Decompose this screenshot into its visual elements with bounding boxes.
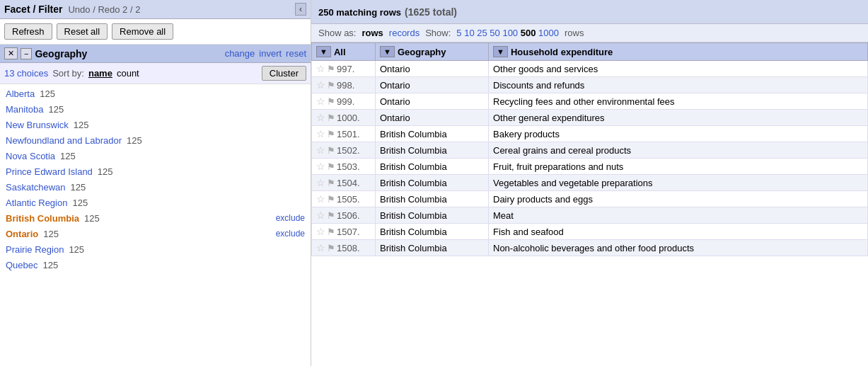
page-size-option[interactable]: 10: [464, 28, 477, 38]
rows-label: rows: [565, 28, 584, 38]
refresh-button[interactable]: Refresh: [4, 23, 52, 40]
rows-view-option[interactable]: rows: [361, 28, 383, 38]
page-size-option[interactable]: 500: [521, 28, 538, 38]
flag-icon[interactable]: ⚑: [327, 113, 335, 123]
geo-list-item: Prince Edward Island125: [0, 164, 311, 179]
star-icon[interactable]: ☆: [316, 96, 325, 107]
star-icon[interactable]: ☆: [316, 128, 325, 139]
col-geography: ▼ Geography: [376, 43, 489, 61]
flag-icon[interactable]: ⚑: [327, 210, 335, 221]
geo-item-name[interactable]: New Brunswick: [6, 120, 69, 130]
row-geo-cell: British Columbia: [376, 126, 489, 142]
geo-exclude-link[interactable]: exclude: [276, 229, 305, 239]
sort-by-label: Sort by:: [52, 68, 84, 79]
star-icon[interactable]: ☆: [316, 144, 325, 156]
flag-icon[interactable]: ⚑: [327, 194, 335, 205]
table-row: ☆ ⚑ 1507. British ColumbiaFish and seafo…: [312, 224, 868, 240]
row-geo-cell: Ontario: [376, 61, 489, 77]
row-geo-cell: British Columbia: [376, 142, 489, 159]
row-all-cell: ☆ ⚑ 1000.: [312, 110, 376, 126]
geo-item-name[interactable]: Newfoundland and Labrador: [6, 135, 122, 146]
geo-item-name[interactable]: Alberta: [6, 88, 35, 99]
star-icon[interactable]: ☆: [316, 193, 325, 205]
reset-all-button[interactable]: Reset all: [57, 23, 108, 40]
table-row: ☆ ⚑ 997. OntarioOther goods and services: [312, 61, 868, 77]
flag-icon[interactable]: ⚑: [327, 161, 335, 172]
row-expenditure-cell: Cereal grains and cereal products: [489, 142, 868, 159]
star-icon[interactable]: ☆: [316, 63, 325, 74]
flag-icon[interactable]: ⚑: [327, 80, 335, 91]
geo-exclude-link[interactable]: exclude: [276, 213, 305, 223]
row-all-cell: ☆ ⚑ 1504.: [312, 175, 376, 191]
geo-item-name[interactable]: Ontario: [6, 229, 38, 239]
sort-name-option[interactable]: name: [88, 68, 112, 79]
geo-item-name[interactable]: Manitoba: [6, 104, 43, 115]
all-col-dropdown[interactable]: ▼: [316, 46, 331, 57]
star-icon[interactable]: ☆: [316, 161, 325, 172]
geo-item-name[interactable]: Atlantic Region: [6, 198, 67, 208]
row-expenditure-cell: Fish and seafood: [489, 224, 868, 240]
table-row: ☆ ⚑ 999. OntarioRecycling fees and other…: [312, 93, 868, 110]
geo-change-link[interactable]: change: [225, 48, 255, 59]
page-size-option[interactable]: 25: [477, 28, 490, 38]
row-all-cell: ☆ ⚑ 1505.: [312, 191, 376, 207]
row-expenditure-cell: Bakery products: [489, 126, 868, 142]
table-body: ☆ ⚑ 997. OntarioOther goods and services…: [312, 61, 868, 256]
flag-icon[interactable]: ⚑: [327, 178, 335, 188]
expenditure-col-dropdown[interactable]: ▼: [493, 46, 508, 57]
geo-minus-button[interactable]: −: [21, 48, 32, 59]
geo-item-count: 125: [40, 88, 55, 99]
row-all-cell: ☆ ⚑ 997.: [312, 61, 376, 77]
star-icon[interactable]: ☆: [316, 210, 325, 221]
geo-list-item: Prairie Region125: [0, 241, 311, 257]
geo-item-count: 125: [48, 104, 64, 115]
flag-icon[interactable]: ⚑: [327, 129, 335, 139]
star-icon[interactable]: ☆: [316, 242, 325, 253]
star-icon[interactable]: ☆: [316, 177, 325, 188]
flag-icon[interactable]: ⚑: [327, 96, 335, 107]
geo-item-name[interactable]: Saskatchewan: [6, 182, 66, 193]
geo-item-name[interactable]: Nova Scotia: [6, 151, 55, 161]
geography-section: ✕ − Geography change invert reset 13 cho…: [0, 45, 311, 366]
page-size-option[interactable]: 5: [456, 28, 464, 38]
geo-item-count: 125: [72, 198, 88, 208]
flag-icon[interactable]: ⚑: [327, 64, 335, 74]
geo-item-name[interactable]: Prairie Region: [6, 244, 64, 255]
flag-icon[interactable]: ⚑: [327, 243, 335, 253]
row-number: 999.: [337, 96, 354, 107]
geo-item-name[interactable]: Prince Edward Island: [6, 166, 93, 177]
row-expenditure-cell: Other goods and services: [489, 61, 868, 77]
geo-item-name[interactable]: British Columbia: [6, 213, 79, 224]
row-geo-cell: British Columbia: [376, 175, 489, 191]
star-icon[interactable]: ☆: [316, 226, 325, 237]
choices-count[interactable]: 13 choices: [4, 68, 48, 79]
row-expenditure-cell: Non-alcoholic beverages and other food p…: [489, 240, 868, 256]
geo-invert-link[interactable]: invert: [259, 48, 282, 59]
row-expenditure-cell: Vegetables and vegetable preparations: [489, 175, 868, 191]
star-icon[interactable]: ☆: [316, 112, 325, 123]
flag-icon[interactable]: ⚑: [327, 145, 335, 156]
page-size-option[interactable]: 100: [502, 28, 520, 38]
row-number: 1501.: [337, 129, 360, 139]
sort-count-option[interactable]: count: [117, 68, 139, 79]
star-icon[interactable]: ☆: [316, 79, 325, 91]
geo-x-button[interactable]: ✕: [4, 47, 18, 59]
geo-col-dropdown[interactable]: ▼: [380, 46, 395, 57]
geo-item-count: 125: [98, 166, 113, 177]
geo-item-name[interactable]: Quebec: [6, 260, 38, 270]
row-expenditure-cell: Other general expenditures: [489, 110, 868, 126]
flag-icon[interactable]: ⚑: [327, 227, 335, 237]
records-view-option[interactable]: records: [389, 28, 419, 38]
page-size-option[interactable]: 1000: [538, 28, 559, 38]
page-size-option[interactable]: 50: [490, 28, 502, 38]
cluster-button[interactable]: Cluster: [262, 66, 306, 81]
geo-list-item: Ontario125exclude: [0, 226, 311, 241]
geo-reset-link[interactable]: reset: [286, 48, 306, 59]
results-table: ▼ All ▼ Geography ▼ Household expe: [311, 42, 868, 256]
collapse-button[interactable]: ‹: [295, 3, 306, 16]
remove-all-button[interactable]: Remove all: [112, 23, 173, 40]
row-expenditure-cell: Discounts and refunds: [489, 77, 868, 93]
row-geo-cell: British Columbia: [376, 159, 489, 175]
left-panel: Facet / Filter Undo / Redo 2 / 2 ‹ Refre…: [0, 0, 311, 366]
geo-item-count: 125: [71, 182, 86, 193]
